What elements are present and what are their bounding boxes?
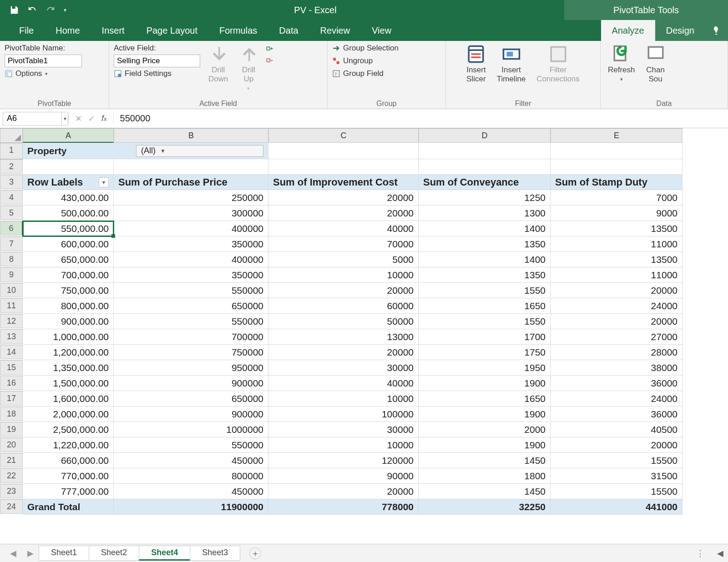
value-cell[interactable]: 11000	[551, 267, 682, 283]
row-label-cell[interactable]: 750,000.00	[23, 283, 114, 298]
row-label-cell[interactable]: 430,000.00	[23, 190, 114, 206]
value-cell[interactable]: 10000	[268, 437, 419, 453]
value-cell[interactable]: 24000	[551, 298, 682, 314]
value-cell[interactable]: 950000	[114, 360, 268, 376]
value-cell[interactable]: 300000	[114, 206, 268, 221]
value-cell[interactable]: 1900	[419, 437, 551, 453]
sheet-nav-next-icon[interactable]: ▶	[22, 548, 39, 558]
value-cell[interactable]: 70000	[268, 236, 419, 252]
tab-review[interactable]: Review	[309, 20, 361, 41]
row-header[interactable]: 20	[0, 437, 23, 452]
value-cell[interactable]: 10000	[268, 391, 419, 406]
value-cell[interactable]: 1900	[419, 376, 551, 391]
sheet-tab[interactable]: Sheet3	[190, 546, 240, 561]
active-field-input[interactable]	[114, 55, 200, 67]
grand-total-value[interactable]: 778000	[268, 499, 419, 515]
row-labels-header[interactable]: Row Labels▼	[23, 175, 114, 190]
value-cell[interactable]: 450000	[114, 484, 268, 499]
row-label-cell[interactable]: 2,500,000.00	[23, 422, 114, 437]
value-cell[interactable]: 1400	[419, 221, 551, 236]
dropdown-icon[interactable]: ▼	[160, 148, 166, 154]
value-cell[interactable]: 20000	[268, 283, 419, 298]
save-icon[interactable]	[9, 5, 19, 15]
row-label-cell[interactable]: 500,000.00	[23, 206, 114, 221]
value-cell[interactable]: 550000	[114, 437, 268, 453]
insert-slicer-button[interactable]: Insert Slicer	[464, 44, 489, 85]
column-header[interactable]: E	[551, 128, 682, 143]
row-label-cell[interactable]: 2,000,000.00	[23, 406, 114, 422]
value-cell[interactable]: 90000	[268, 468, 419, 484]
value-cell[interactable]: 60000	[268, 298, 419, 314]
refresh-button[interactable]: Refresh ▾	[605, 44, 638, 83]
value-cell[interactable]: 900000	[114, 406, 268, 422]
value-cell[interactable]: 20000	[268, 206, 419, 221]
value-cell[interactable]: 750000	[114, 345, 268, 360]
column-header[interactable]: B	[114, 128, 268, 143]
value-cell[interactable]: 11000	[551, 236, 682, 252]
value-cell[interactable]: 15500	[551, 484, 682, 499]
value-cell[interactable]: 1550	[419, 314, 551, 329]
value-cell[interactable]: 36000	[551, 376, 682, 391]
value-cell[interactable]: 9000	[551, 206, 682, 221]
value-cell[interactable]: 40000	[268, 221, 419, 236]
row-header[interactable]: 2	[0, 159, 23, 174]
empty-cell[interactable]	[419, 143, 551, 159]
row-label-cell[interactable]: 650,000.00	[23, 252, 114, 267]
value-header[interactable]: Sum of Purchase Price	[114, 175, 268, 190]
value-cell[interactable]: 1250	[419, 190, 551, 206]
row-header[interactable]: 21	[0, 453, 23, 467]
value-cell[interactable]: 13500	[551, 221, 682, 236]
value-cell[interactable]: 350000	[114, 267, 268, 283]
empty-cell[interactable]	[268, 143, 419, 159]
value-cell[interactable]: 400000	[114, 221, 268, 236]
sheet-nav-prev-icon[interactable]: ◀	[5, 548, 22, 558]
value-cell[interactable]: 1350	[419, 267, 551, 283]
value-cell[interactable]: 20000	[268, 484, 419, 499]
row-header[interactable]: 10	[0, 283, 23, 297]
row-label-cell[interactable]: 700,000.00	[23, 267, 114, 283]
value-cell[interactable]: 1400	[419, 252, 551, 267]
empty-cell[interactable]	[551, 143, 682, 159]
value-header[interactable]: Sum of Improvement Cost	[268, 175, 419, 190]
sheet-tab[interactable]: Sheet1	[39, 546, 89, 561]
value-cell[interactable]: 1950	[419, 360, 551, 376]
column-header[interactable]: C	[268, 128, 419, 143]
row-header[interactable]: 12	[0, 314, 23, 328]
value-cell[interactable]: 40000	[268, 376, 419, 391]
row-header[interactable]: 22	[0, 468, 23, 483]
row-label-cell[interactable]: 800,000.00	[23, 298, 114, 314]
value-cell[interactable]: 800000	[114, 468, 268, 484]
empty-cell[interactable]	[551, 159, 682, 175]
hscroll-left-icon[interactable]: ◀	[713, 548, 728, 558]
row-header[interactable]: 16	[0, 376, 23, 390]
row-label-cell[interactable]: 600,000.00	[23, 236, 114, 252]
group-field-button[interactable]: 7 Group Field	[332, 69, 399, 78]
value-cell[interactable]: 1350	[419, 236, 551, 252]
name-box-dropdown[interactable]: ▾	[62, 112, 68, 125]
tab-design[interactable]: Design	[655, 20, 705, 41]
empty-cell[interactable]	[419, 159, 551, 175]
value-header[interactable]: Sum of Conveyance	[419, 175, 551, 190]
ungroup-button[interactable]: Ungroup	[332, 56, 399, 65]
field-settings-button[interactable]: Field Settings	[114, 69, 200, 78]
value-cell[interactable]: 1300	[419, 206, 551, 221]
pivottable-options-button[interactable]: Options ▾	[5, 69, 82, 78]
value-cell[interactable]: 15500	[551, 453, 682, 468]
row-label-cell[interactable]: 550,000.00	[23, 221, 114, 236]
row-header[interactable]: 7	[0, 236, 23, 251]
insert-timeline-button[interactable]: Insert Timeline	[494, 44, 529, 85]
value-cell[interactable]: 650000	[114, 391, 268, 406]
grand-total-value[interactable]: 32250	[419, 499, 551, 515]
tab-formulas[interactable]: Formulas	[208, 20, 268, 41]
value-cell[interactable]: 250000	[114, 190, 268, 206]
row-label-cell[interactable]: 770,000.00	[23, 468, 114, 484]
tab-data[interactable]: Data	[268, 20, 309, 41]
value-cell[interactable]: 120000	[268, 453, 419, 468]
sheet-tab[interactable]: Sheet4	[139, 546, 190, 561]
change-data-source-button[interactable]: Chan Sou	[643, 44, 668, 85]
row-header[interactable]: 18	[0, 406, 23, 421]
tell-me-icon[interactable]	[705, 20, 728, 41]
row-label-cell[interactable]: 1,350,000.00	[23, 360, 114, 376]
value-cell[interactable]: 550000	[114, 283, 268, 298]
row-header[interactable]: 19	[0, 422, 23, 437]
